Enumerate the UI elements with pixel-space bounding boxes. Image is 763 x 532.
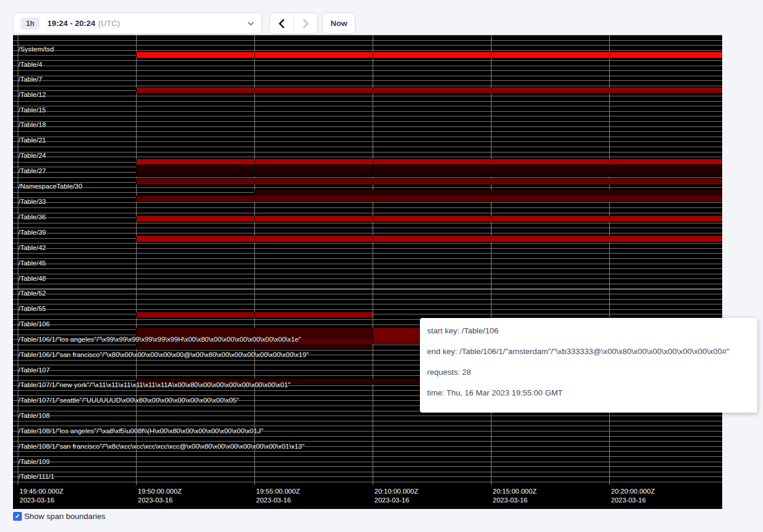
row-label: /NamespaceTable/30: [18, 183, 82, 190]
row-label: /Table/107/1/"seattle"/"UUUUUUD\x00\x80\…: [18, 397, 239, 404]
row-label: /Table/55: [18, 305, 46, 313]
row-label: /Table/7: [18, 76, 42, 83]
row-label: /Table/24: [18, 152, 46, 160]
heatmap-band: [136, 159, 722, 164]
row-label: /Table/107/1/"new york"/"\x11\x11\x11\x1…: [18, 381, 290, 389]
x-axis-label: 20:10:00.000Z2023-03-16: [374, 487, 418, 505]
heatmap-band: [136, 344, 373, 349]
heatmap-band: [136, 87, 722, 93]
x-axis-label: 20:20:00.000Z2023-03-16: [611, 487, 655, 505]
heatmap-band: [136, 179, 722, 184]
row-label: /Table/111/1: [18, 473, 54, 481]
heatmap-band: [136, 196, 722, 202]
x-axis-label: 20:15:00.000Z2023-03-16: [493, 487, 536, 505]
row-label: /Table/21: [18, 137, 46, 144]
chevron-left-icon: [279, 18, 285, 29]
time-gridline: [491, 35, 492, 485]
span-boundaries-control: ✓ Show span boundaries: [13, 512, 105, 521]
row-label: /Table/39: [18, 229, 46, 236]
chevron-down-icon: [247, 21, 254, 26]
row-label: /Table/108/1/"san francisco"/"\x8c\xcc\x…: [18, 443, 305, 450]
x-axis-label: 19:55:00.000Z2023-03-16: [256, 487, 300, 505]
range-timezone: (UTC): [98, 19, 120, 28]
row-label: /Table/108: [18, 412, 50, 420]
heatmap-grid: /System/tsd/Table/4/Table/7/Table/12/Tab…: [13, 35, 722, 485]
heatmap-band: [136, 52, 722, 58]
x-axis: 19:45:00.000Z2023-03-1619:50:00.000Z2023…: [13, 485, 722, 509]
x-axis-label: 19:45:00.000Z2023-03-16: [20, 487, 63, 505]
prev-range-button[interactable]: [270, 13, 293, 34]
row-label: /Table/42: [18, 244, 46, 252]
heatmap-band: [136, 236, 722, 242]
time-gridline: [609, 35, 610, 485]
range-text: 19:24 - 20:24: [47, 19, 95, 28]
next-range-button[interactable]: [293, 13, 317, 34]
heatmap-band: [136, 328, 373, 333]
row-label: /Table/48: [18, 275, 46, 283]
hover-tooltip: start key: /Table/106 end key: /Table/10…: [420, 318, 757, 413]
tooltip-requests: requests: 28: [427, 368, 750, 377]
heatmap-band: [136, 312, 373, 317]
heatmap-band: [136, 165, 722, 170]
row-label: /Table/15: [18, 106, 46, 114]
toolbar: 1h 19:24 - 20:24 (UTC) Now: [13, 12, 355, 34]
show-span-boundaries-checkbox[interactable]: ✓: [13, 512, 22, 521]
row-label: /Table/12: [18, 91, 46, 99]
time-gridline: [373, 35, 373, 485]
heatmap-band: [254, 190, 722, 195]
x-axis-label: 19:50:00.000Z2023-03-16: [138, 487, 182, 505]
row-label: /Table/106/1/"los angeles"/"\x99\x99\x99…: [18, 336, 301, 343]
heatmap-band: [136, 216, 722, 222]
row-label: /Table/27: [18, 167, 46, 175]
time-range-select[interactable]: 1h 19:24 - 20:24 (UTC): [13, 12, 262, 34]
now-button[interactable]: Now: [322, 12, 355, 34]
row-label: /Table/106: [18, 320, 50, 328]
time-gridline: [136, 35, 137, 485]
row-label: /Table/109: [18, 458, 50, 466]
time-gridline: [254, 35, 255, 485]
time-nav-group: [269, 12, 318, 34]
row-label: /Table/36: [18, 213, 46, 221]
show-span-boundaries-label: Show span boundaries: [24, 512, 105, 521]
row-label: /Table/107: [18, 366, 50, 374]
row-label: /Table/45: [18, 259, 46, 267]
chevron-right-icon: [302, 18, 309, 29]
row-label: /System/tsd: [18, 46, 54, 53]
row-label: /Table/18: [18, 121, 46, 129]
row-label: /Table/4: [18, 61, 42, 69]
row-label: /Table/33: [18, 198, 46, 206]
row-label: /Table/52: [18, 290, 46, 297]
heatmap-band: [136, 170, 722, 177]
tooltip-start-key: start key: /Table/106: [427, 326, 750, 335]
row-label: /Table/106/1/"san francisco"/"\x80\x00\x…: [18, 351, 309, 359]
tooltip-time: time: Thu, 16 Mar 2023 19:55:00 GMT: [427, 388, 750, 397]
tooltip-end-key: end key: /Table/106/1/"amsterdam"/"\xb33…: [427, 347, 750, 356]
row-label: /Table/108/1/"los angeles"/"\xa8\xf5\u00…: [18, 427, 263, 435]
range-duration-badge: 1h: [21, 18, 40, 30]
key-visualizer-canvas[interactable]: /System/tsd/Table/4/Table/7/Table/12/Tab…: [13, 35, 722, 509]
